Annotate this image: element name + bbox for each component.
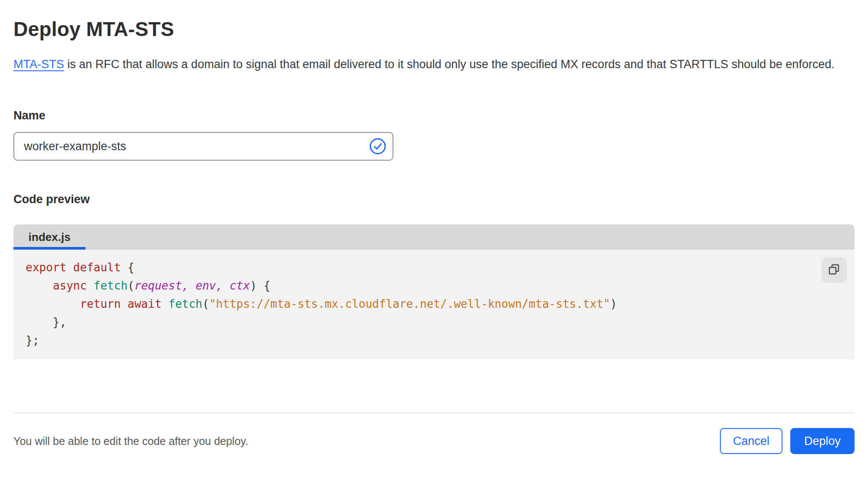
name-input[interactable] <box>13 132 393 161</box>
name-label: Name <box>13 109 855 122</box>
code-tab-bar: index.js <box>13 224 855 250</box>
code-preview-panel: index.js export default { async fetch(re… <box>13 224 855 359</box>
cancel-button[interactable]: Cancel <box>720 428 782 454</box>
code-editor-area: export default { async fetch(request, en… <box>13 250 855 359</box>
mta-sts-link[interactable]: MTA-STS <box>13 58 64 71</box>
name-input-wrap <box>13 132 393 161</box>
check-circle-icon <box>369 138 386 155</box>
code-line: async fetch(request, env, ctx) { <box>26 277 855 295</box>
tab-index-js[interactable]: index.js <box>13 224 86 250</box>
footer-bar: You will be able to edit the code after … <box>13 413 855 469</box>
code-line: return await fetch("https://mta-sts.mx.c… <box>26 295 855 313</box>
deploy-mta-sts-page: Deploy MTA-STS MTA-STS is an RFC that al… <box>0 17 868 494</box>
footer-actions: Cancel Deploy <box>720 428 855 454</box>
copy-icon <box>827 263 841 278</box>
code-line: export default { <box>26 258 855 277</box>
code-line: }; <box>26 331 855 349</box>
tab-label: index.js <box>29 231 71 244</box>
code-preview-label: Code preview <box>13 193 855 206</box>
deploy-button[interactable]: Deploy <box>790 428 855 454</box>
code-block: export default { async fetch(request, en… <box>26 258 855 349</box>
copy-code-button[interactable] <box>822 257 847 283</box>
page-title: Deploy MTA-STS <box>13 17 855 41</box>
description-body: is an RFC that allows a domain to signal… <box>64 58 835 71</box>
description-text: MTA-STS is an RFC that allows a domain t… <box>13 55 843 74</box>
code-line: }, <box>26 313 855 331</box>
footer-note: You will be able to edit the code after … <box>13 435 248 448</box>
